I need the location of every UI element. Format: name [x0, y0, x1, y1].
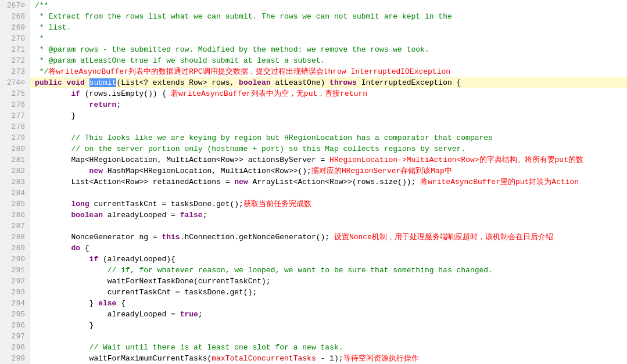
code-line: 293 currentTaskCnt = tasksDone.get(); [0, 287, 627, 298]
line-content: * @param rows - the submitted row. Modif… [30, 44, 627, 55]
line-number: 275 [0, 88, 30, 99]
comment: should [180, 56, 207, 65]
keyword: throws [329, 78, 357, 87]
code-editor: 267⊖/**268 * Extract from the rows list … [0, 0, 627, 364]
line-number: 298 [0, 342, 30, 353]
comment: // Wait until there is at least one slot… [35, 343, 343, 352]
line-number: 287 [0, 221, 30, 232]
code-line: 272 * @param atLeastOne true if we shoul… [0, 55, 627, 66]
annotation: 设置Nonce机制，用于处理服务端响应超时，该机制会在日后介绍 [334, 233, 553, 242]
code-text: (List<? extends Row> rows, [116, 78, 239, 87]
code-text: - 1); [316, 354, 343, 363]
line-content: public void submit(List<? extends Row> r… [30, 77, 627, 88]
line-number: 280 [0, 143, 30, 154]
code-text: currentTaskCnt = tasksDone.get(); [35, 288, 257, 297]
keyword: if [35, 89, 80, 98]
line-content [30, 121, 627, 132]
line-number: 279 [0, 132, 30, 143]
line-content: new HashMap<HRegionLocation, MultiAction… [30, 165, 627, 176]
code-text: waitForMaximumCurrentTasks( [35, 354, 212, 363]
comment: // This looks like we are keying by regi… [35, 134, 493, 142]
keyword: true [180, 310, 198, 319]
line-content: currentTaskCnt = tasksDone.get(); [30, 287, 627, 298]
line-content: List<Action<Row>> retainedActions = new … [30, 176, 627, 188]
code-text: atLeastOne) [271, 78, 329, 87]
code-text: { [80, 244, 89, 253]
code-line: 280 // on the server portion only (hostn… [0, 143, 627, 154]
code-text: ; [203, 211, 207, 219]
code-line: 291 // if, for whatever reason, we loope… [0, 265, 627, 276]
line-content: // Wait until there is at least one slot… [30, 342, 627, 353]
code-line: 287 [0, 221, 627, 232]
line-content: waitForNextTaskDone(currentTaskCnt); [30, 276, 627, 287]
line-number: 268 [0, 11, 30, 22]
comment: * @param rows - the submitted row. Modif… [35, 45, 429, 54]
keyword: if [35, 255, 98, 264]
line-number: 289 [0, 243, 30, 254]
line-content: // if, for whatever reason, we looped, w… [30, 265, 627, 276]
line-number: 297 [0, 331, 30, 342]
line-content: * @param atLeastOne true if we should su… [30, 55, 627, 66]
line-content: boolean alreadyLooped = false; [30, 210, 627, 221]
line-number: 281 [0, 154, 30, 165]
line-content: } [30, 320, 627, 331]
comment: // on the server portion only (hostname … [35, 145, 343, 153]
code-text: Map<HRegionLocation, MultiAction<Row>> a… [35, 156, 329, 164]
code-line: 284 [0, 188, 627, 199]
annotation: 获取当前任务完成数 [243, 200, 311, 208]
comment: The [261, 12, 275, 21]
code-line: 296 } [0, 320, 627, 331]
keyword: else [98, 299, 116, 308]
code-text: alreadyLooped = [103, 211, 180, 219]
line-number: 290 [0, 254, 30, 265]
line-content: } else { [30, 298, 627, 309]
code-line: 290 if (alreadyLooped){ [0, 254, 627, 265]
comment: * @param atLeastOne true if we [35, 56, 180, 65]
keyword: false [180, 211, 203, 219]
line-content: * Extract from the rows list what we can… [30, 11, 627, 22]
line-number: 276 [0, 99, 30, 110]
code-text: waitForNextTaskDone(currentTaskCnt); [35, 277, 271, 286]
line-number: 273 [0, 66, 30, 77]
line-number: 267⊖ [0, 0, 30, 11]
code-line: 289 do { [0, 243, 627, 254]
code-text: ; [116, 100, 121, 109]
keyword: boolean [239, 78, 271, 87]
line-content: alreadyLooped = true; [30, 309, 627, 320]
comment: submit at least a subset. [207, 56, 325, 65]
keyword: return [35, 100, 116, 109]
line-number: 277 [0, 110, 30, 121]
line-number: 291 [0, 265, 30, 276]
code-line: 285 long currentTaskCnt = tasksDone.get(… [0, 199, 627, 210]
line-content: /** [30, 0, 627, 11]
line-number: 285 [0, 199, 30, 210]
code-line: 267⊖/** [0, 0, 627, 11]
line-number: 295 [0, 309, 30, 320]
line-content [30, 331, 627, 342]
code-line: 286 boolean alreadyLooped = false; [0, 210, 627, 221]
annotation: HRegionLocation->MultiAction<Row>的字典结构。将… [329, 156, 583, 164]
line-number: 288 [0, 232, 30, 243]
keyword: this [162, 233, 180, 242]
line-number: 284 [0, 188, 30, 199]
code-line: 297 [0, 331, 627, 342]
code-text: (alreadyLooped){ [98, 255, 175, 264]
code-line: 275 if (rows.isEmpty()) { 若writeAsyncBuf… [0, 88, 627, 99]
code-text: currentTaskCnt = tasksDone.get(); [89, 200, 243, 208]
code-text: (rows.isEmpty()) { [80, 89, 171, 98]
line-content: Map<HRegionLocation, MultiAction<Row>> a… [30, 154, 627, 165]
class-name: maxTotalConcurrentTasks [212, 354, 316, 363]
line-content: long currentTaskCnt = tasksDone.get();获取… [30, 199, 627, 210]
code-text: InterruptedException { [357, 78, 461, 87]
comment: // if, for whatever reason, we looped, w… [35, 266, 493, 275]
annotation: 据对应的HRegionServer存储到该Map中 [311, 167, 452, 175]
code-text: ArrayList<Action<Row>>(rows.size()); [248, 178, 420, 186]
comment: the [438, 12, 452, 21]
code-line: 276 return; [0, 99, 627, 110]
code-line: 274⊙public void submit(List<? extends Ro… [0, 77, 627, 88]
comment: * Extract from the rows list what we can… [35, 12, 261, 21]
line-content: * list. [30, 22, 627, 33]
comment: */ [35, 67, 48, 76]
keyword: long [35, 200, 89, 208]
code-line: 298 // Wait until there is at least one … [0, 342, 627, 353]
